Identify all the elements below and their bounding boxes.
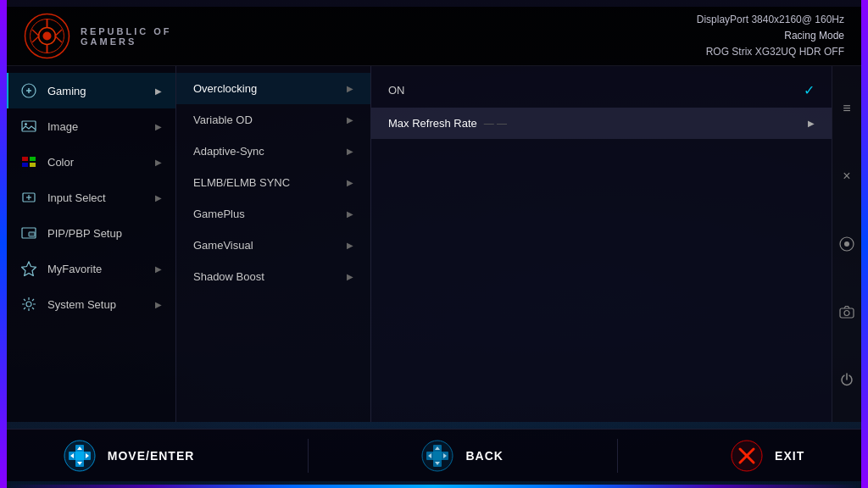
option-arrow-max-refresh-rate: ▶ (808, 119, 815, 128)
exit-button[interactable]: EXIT (731, 440, 804, 472)
svg-rect-11 (22, 121, 36, 131)
nav-label-color: Color (47, 156, 74, 169)
gaming-icon (20, 82, 37, 99)
brand-line2: GAMERS (81, 36, 172, 47)
back-button[interactable]: BACK (421, 440, 503, 472)
submenu-item-gameplus[interactable]: GamePlus ▶ (176, 198, 370, 230)
submenu-label-variable-od: Variable OD (193, 114, 253, 126)
options-panel: ON ✓ Max Refresh Rate — — ▶ (371, 66, 832, 422)
bottom-divider-2 (617, 439, 618, 473)
svg-point-21 (26, 302, 31, 307)
system-setup-icon (20, 296, 37, 313)
header-info: DisplayPort 3840x2160@ 160Hz Racing Mode… (697, 12, 844, 61)
option-item-on[interactable]: ON ✓ (371, 73, 832, 108)
racing-mode-label: Racing Mode (697, 28, 844, 44)
svg-rect-27 (75, 452, 84, 460)
bottom-glow (7, 485, 861, 488)
logo-area: REPUBLIC OF GAMERS (24, 13, 172, 59)
myfavorite-icon (20, 260, 37, 277)
image-icon (20, 118, 37, 135)
submenu-arrow-gameplus: ▶ (347, 209, 353, 219)
nav-item-pip[interactable]: PIP/PBP Setup (7, 215, 175, 251)
nav-label-gaming: Gaming (47, 85, 86, 97)
close-icon[interactable]: × (835, 164, 859, 188)
nav-arrow-system-setup: ▶ (155, 300, 162, 309)
nav-item-system-setup[interactable]: System Setup ▶ (7, 286, 175, 322)
svg-rect-19 (29, 232, 35, 236)
pip-icon (20, 225, 37, 241)
input-select-icon (20, 189, 37, 206)
submenu-panel: Overclocking ▶ Variable OD ▶ Adaptive-Sy… (176, 66, 371, 422)
svg-point-12 (25, 123, 27, 125)
svg-rect-37 (433, 452, 442, 460)
move-enter-label: MOVE/ENTER (108, 449, 195, 463)
menu-icon[interactable]: ≡ (835, 97, 859, 120)
submenu-arrow-variable-od: ▶ (347, 115, 353, 125)
submenu-item-elmb[interactable]: ELMB/ELMB SYNC ▶ (176, 167, 370, 198)
svg-rect-13 (22, 157, 28, 161)
exit-label: EXIT (775, 449, 804, 463)
nav-label-system-setup: System Setup (47, 298, 116, 311)
submenu-arrow-elmb: ▶ (347, 178, 353, 187)
submenu-arrow-adaptive-sync: ▶ (347, 147, 353, 156)
nav-arrow-input: ▶ (155, 193, 162, 202)
submenu-label-gamevisual: GameVisual (193, 239, 253, 252)
color-icon (20, 153, 37, 170)
submenu-item-overclocking[interactable]: Overclocking ▶ (176, 73, 370, 104)
submenu-label-adaptive-sync: Adaptive-Sync (193, 145, 264, 158)
nav-label-pip: PIP/PBP Setup (47, 227, 122, 240)
nav-item-myfavorite[interactable]: MyFavorite ▶ (7, 251, 175, 286)
power-icon[interactable] (835, 368, 859, 391)
move-enter-button[interactable]: MOVE/ENTER (64, 440, 195, 472)
back-label: BACK (465, 449, 503, 463)
menu-container: Gaming ▶ Image ▶ (7, 66, 832, 422)
submenu-arrow-gamevisual: ▶ (347, 241, 353, 250)
dpad-icon (64, 440, 96, 472)
rog-logo-icon (24, 13, 70, 59)
submenu-label-gameplus: GamePlus (193, 208, 245, 220)
option-label-max-refresh-rate: Max Refresh Rate (388, 117, 477, 130)
camera-icon[interactable] (835, 300, 859, 324)
model-info: ROG Strix XG32UQ HDR OFF (697, 44, 844, 60)
nav-label-myfavorite: MyFavorite (47, 263, 102, 275)
submenu-item-adaptive-sync[interactable]: Adaptive-Sync ▶ (176, 136, 370, 167)
check-mark-icon: ✓ (804, 82, 815, 98)
svg-rect-8 (840, 308, 854, 318)
option-item-max-refresh-rate[interactable]: Max Refresh Rate — — ▶ (371, 108, 832, 139)
brand-text: REPUBLIC OF GAMERS (81, 26, 172, 47)
submenu-arrow-overclocking: ▶ (347, 84, 353, 93)
back-dpad-icon (421, 440, 453, 472)
left-glow (0, 0, 7, 488)
option-label-on: ON (388, 84, 405, 97)
nav-panel: Gaming ▶ Image ▶ (7, 66, 176, 422)
submenu-item-shadow-boost[interactable]: Shadow Boost ▶ (176, 261, 370, 292)
x-icon (731, 440, 763, 472)
submenu-label-elmb: ELMB/ELMB SYNC (193, 176, 290, 189)
svg-marker-20 (22, 262, 36, 276)
bottom-bar: MOVE/ENTER BACK (7, 429, 861, 481)
header: REPUBLIC OF GAMERS DisplayPort 3840x2160… (7, 7, 861, 66)
nav-arrow-image: ▶ (155, 122, 162, 131)
nav-arrow-gaming: ▶ (155, 86, 162, 96)
svg-rect-16 (30, 163, 36, 167)
nav-item-color[interactable]: Color ▶ (7, 144, 175, 180)
svg-point-3 (43, 32, 52, 41)
submenu-item-gamevisual[interactable]: GameVisual ▶ (176, 230, 370, 261)
gamepad-icon[interactable] (835, 232, 859, 256)
display-port-info: DisplayPort 3840x2160@ 160Hz (697, 12, 844, 28)
nav-arrow-myfavorite: ▶ (155, 264, 162, 274)
submenu-item-variable-od[interactable]: Variable OD ▶ (176, 104, 370, 136)
nav-item-input-select[interactable]: Input Select ▶ (7, 180, 175, 215)
svg-point-7 (844, 241, 849, 247)
nav-item-gaming[interactable]: Gaming ▶ (7, 73, 175, 108)
nav-label-input-select: Input Select (47, 191, 106, 204)
svg-rect-15 (22, 163, 28, 167)
bottom-divider-1 (308, 439, 309, 473)
submenu-label-overclocking: Overclocking (193, 82, 257, 95)
nav-item-image[interactable]: Image ▶ (7, 108, 175, 144)
side-icons-panel: ≡ × (832, 66, 861, 422)
brand-line1: REPUBLIC OF (81, 26, 172, 36)
nav-arrow-color: ▶ (155, 158, 162, 167)
submenu-arrow-shadow-boost: ▶ (347, 272, 353, 281)
right-glow (861, 0, 868, 488)
